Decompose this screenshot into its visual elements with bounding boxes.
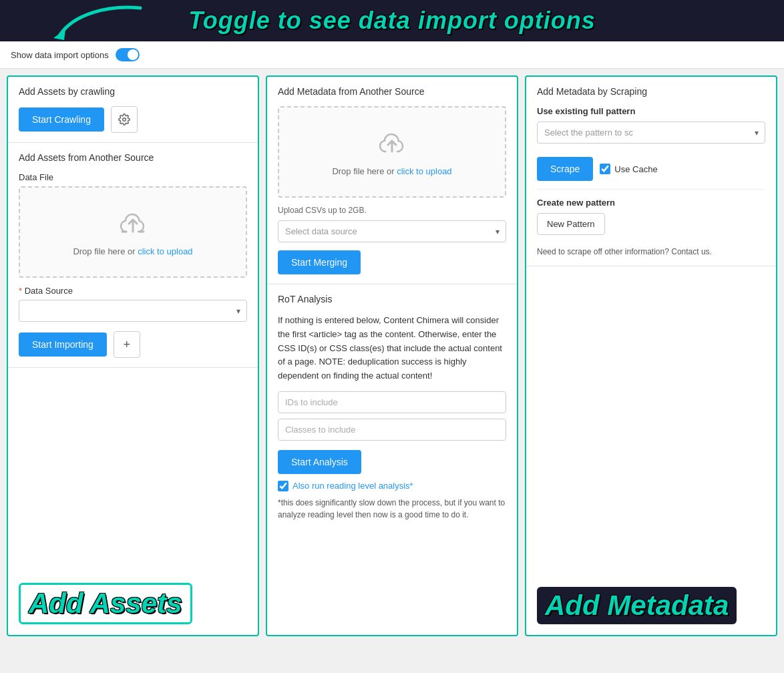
also-run-row: Also run reading level analysis* [278,481,506,491]
metadata-source-title: Add Metadata from Another Source [278,86,506,97]
middle-upload-area[interactable]: Drop file here or click to upload [278,106,506,198]
middle-data-source-wrapper: Select data source ▾ [278,220,506,242]
divider [537,189,765,190]
pattern-select[interactable]: Select the pattern to sc [537,122,765,144]
left-upload-link[interactable]: click to upload [138,246,192,256]
ids-input[interactable] [278,391,506,413]
start-importing-button[interactable]: Start Importing [19,332,107,357]
crawling-section: Add Assets by crawling Start Crawling [8,77,258,143]
metadata-source-section: Add Metadata from Another Source Drop fi… [267,77,517,284]
another-source-section: Add Assets from Another Source Data File… [8,143,258,368]
use-existing-label: Use existing full pattern [537,106,765,116]
pattern-select-wrapper: Select the pattern to sc ▾ [537,122,765,144]
plus-icon: + [124,338,131,352]
import-action-row: Start Importing + [19,331,247,358]
gear-icon [118,114,130,126]
crawling-section-title: Add Assets by crawling [19,86,247,97]
reading-note: *this does significantly slow down the p… [278,497,506,521]
another-source-title: Add Assets from Another Source [19,152,247,163]
cloud-upload-icon-left [33,208,232,241]
rot-analysis-title: RoT Analysis [278,294,506,304]
add-metadata-label: Add Metadata [537,587,737,624]
svg-marker-0 [53,29,65,40]
left-panel: Add Assets by crawling Start Crawling Ad… [7,75,259,636]
rot-analysis-section: RoT Analysis If nothing is entered below… [267,284,517,530]
crawling-action-row: Start Crawling [19,106,247,133]
use-cache-row: Use Cache [600,164,657,174]
data-source-field-wrapper: * Data Source ▾ [19,286,247,322]
scraping-title: Add Metadata by Scraping [537,86,765,97]
middle-panel: Add Metadata from Another Source Drop fi… [266,75,518,636]
left-spacer [8,368,258,576]
upload-size-note: Upload CSVs up to 2GB. [278,206,506,215]
data-file-label: Data File [19,172,247,182]
middle-upload-link[interactable]: click to upload [397,166,451,176]
data-source-label: * Data Source [19,286,247,296]
middle-upload-text: Drop file here or click to upload [292,166,492,176]
rot-description: If nothing is entered below, Content Chi… [278,314,506,383]
banner-title: Toggle to see data import options [188,7,596,35]
middle-data-source-select[interactable]: Select data source [278,220,506,242]
left-upload-text: Drop file here or click to upload [33,246,232,256]
scrape-row: Scrape Use Cache [537,157,765,181]
right-panel: Add Metadata by Scraping Use existing fu… [525,75,777,636]
add-metadata-label-container: Add Metadata [526,580,776,635]
top-banner: Toggle to see data import options [0,0,784,41]
reading-level-checkbox[interactable] [278,481,288,491]
add-assets-label-container: Add Assets [8,576,258,635]
toggle-switch[interactable] [116,48,140,61]
scrape-button[interactable]: Scrape [537,157,593,181]
left-upload-area[interactable]: Drop file here or click to upload [19,186,247,278]
arrow-icon [53,1,147,41]
add-source-button[interactable]: + [114,331,140,358]
required-star: * [19,286,25,296]
toggle-bar: Show data import options [0,41,784,69]
main-content: Add Assets by crawling Start Crawling Ad… [0,69,784,643]
data-source-select-wrapper: ▾ [19,300,247,322]
toggle-label: Show data import options [11,50,109,60]
use-cache-checkbox[interactable] [600,164,610,174]
start-crawling-button[interactable]: Start Crawling [19,107,104,132]
reading-level-label[interactable]: Also run reading level analysis* [292,481,413,491]
cloud-upload-icon-middle [292,128,492,161]
use-cache-label[interactable]: Use Cache [614,164,657,174]
right-spacer [526,266,776,580]
scraping-section: Add Metadata by Scraping Use existing fu… [526,77,776,266]
svg-point-1 [123,118,126,122]
start-merging-button[interactable]: Start Merging [278,250,361,274]
classes-input[interactable] [278,419,506,441]
start-analysis-button[interactable]: Start Analysis [278,450,361,474]
add-assets-label: Add Assets [19,583,192,624]
create-new-label: Create new pattern [537,198,765,208]
contact-note: Need to scrape off other information? Co… [537,247,765,256]
data-source-select[interactable] [19,300,247,322]
new-pattern-button[interactable]: New Pattern [537,213,605,235]
crawling-settings-button[interactable] [111,106,138,133]
